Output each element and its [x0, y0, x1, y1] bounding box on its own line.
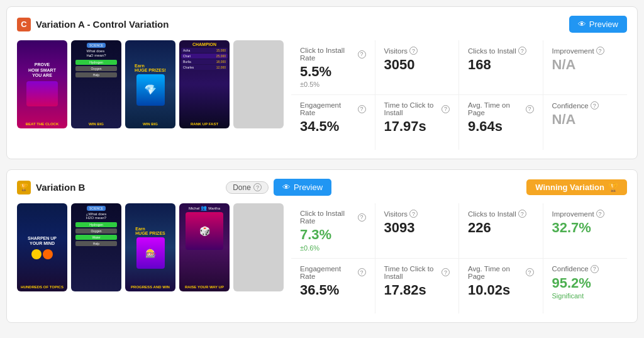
- eye-icon-b: 👁: [282, 183, 291, 192]
- stat-b-confidence: Confidence ? 95.2% Significant: [543, 259, 628, 313]
- stat-a-ctr-value: 5.5%: [300, 64, 366, 79]
- stat-b-clicks-to-install: Clicks to Install ? 226: [459, 203, 543, 258]
- info-icon-a-improvement[interactable]: ?: [596, 47, 604, 55]
- info-icon-b-conf[interactable]: ?: [591, 265, 599, 273]
- stat-b-visitors: Visitors ? 3093: [375, 203, 460, 258]
- variation-a-title: Variation A - Control Variation: [36, 19, 564, 30]
- info-icon-done[interactable]: ?: [253, 183, 262, 191]
- stat-a-visitors: Visitors ? 3050: [375, 40, 460, 95]
- screenshot-a-3: EarnHUGE PRIZES! 💎 WIN BIG: [125, 40, 175, 128]
- variation-a-header: C Variation A - Control Variation 👁 Prev…: [17, 16, 627, 33]
- screenshot-a-4: CHAMPION Asha15,000 Chari25,000 Burlia18…: [179, 40, 230, 128]
- info-icon-a-ttc[interactable]: ?: [441, 105, 450, 113]
- done-badge: Done ?: [226, 181, 269, 194]
- variation-b-card: 🏆 Variation B Done ? 👁 Preview Winning V…: [6, 169, 638, 322]
- info-icon-a-conf[interactable]: ?: [591, 101, 599, 110]
- info-icon-a-at[interactable]: ?: [526, 105, 534, 113]
- stat-b-visitors-value: 3093: [384, 220, 450, 235]
- variation-a-badge: C: [17, 18, 31, 31]
- variation-a-stats: Click to Install Rate ? 5.5% ±0.5% Visit…: [291, 40, 627, 150]
- info-icon-b-visitors[interactable]: ?: [409, 210, 418, 218]
- info-icon-b-cti[interactable]: ?: [518, 210, 526, 218]
- trophy-icon: 🏆: [608, 183, 618, 192]
- stat-a-clicks-to-install: Clicks to Install ? 168: [459, 40, 543, 95]
- variation-b-title: Variation B: [36, 182, 221, 193]
- stat-b-conf-value: 95.2%: [552, 276, 619, 291]
- stat-b-time-to-click: Time to Click to Install ? 17.82s: [375, 259, 460, 313]
- info-icon-b-ctr[interactable]: ?: [358, 213, 366, 222]
- stat-a-avg-time: Avg. Time on Page ? 9.64s: [459, 95, 543, 150]
- info-icon-b-ttc[interactable]: ?: [441, 268, 450, 276]
- stat-a-cti-value: 168: [468, 57, 534, 72]
- stat-a-ctr-sub: ±0.5%: [300, 81, 366, 88]
- stat-a-improvement-value: N/A: [552, 57, 619, 72]
- info-icon-b-at[interactable]: ?: [526, 268, 534, 276]
- variation-a-screenshots: PROVEHOW SMARTYOU ARE BEAT THE CLOCK SCI…: [17, 40, 284, 150]
- info-icon-b-er[interactable]: ?: [358, 268, 366, 276]
- stat-b-click-to-install-rate: Click to Install Rate ? 7.3% ±0.6%: [291, 203, 375, 258]
- stat-a-improvement: Improvement ? N/A: [543, 40, 628, 95]
- stat-a-ttc-value: 17.97s: [384, 119, 450, 134]
- stat-b-ctr-sub: ±0.6%: [300, 244, 366, 252]
- screenshot-a-placeholder: [233, 40, 284, 128]
- eye-icon: 👁: [578, 20, 586, 29]
- info-icon-a-ctr[interactable]: ?: [358, 50, 366, 59]
- stat-a-click-to-install-rate: Click to Install Rate ? 5.5% ±0.5%: [291, 40, 375, 95]
- winning-variation-badge: Winning Variation 🏆: [526, 179, 627, 195]
- variation-b-screenshots: SHARPEN UPYOUR MIND HUNDREDS OF TOPICS S…: [17, 203, 284, 313]
- variation-b-preview-button[interactable]: 👁 Preview: [274, 179, 331, 196]
- info-icon-a-visitors[interactable]: ?: [409, 47, 418, 55]
- stat-b-engagement-rate: Engagement Rate ? 36.5%: [291, 259, 375, 313]
- screenshot-a-2: SCIENCE What doesH₂O mean? Hydrogen Oxyg…: [71, 40, 121, 128]
- stat-a-visitors-value: 3050: [384, 57, 450, 72]
- stat-b-ttc-value: 17.82s: [384, 283, 450, 298]
- stat-b-at-value: 10.02s: [468, 283, 534, 298]
- stat-b-cti-value: 226: [468, 220, 534, 235]
- stat-a-engagement-rate: Engagement Rate ? 34.5%: [291, 95, 375, 150]
- screenshot-b-2: SCIENCE ¿What doesH2O mean? Hydrogen Oxy…: [71, 203, 121, 291]
- screenshot-b-placeholder: [233, 203, 284, 291]
- variation-b-badge: 🏆: [17, 181, 31, 194]
- stat-a-confidence: Confidence ? N/A: [543, 95, 628, 150]
- stat-b-improvement: Improvement ? 32.7%: [543, 203, 628, 258]
- stat-a-time-to-click: Time to Click to Install ? 17.97s: [375, 95, 460, 150]
- stat-a-at-value: 9.64s: [468, 119, 534, 134]
- variation-a-preview-button[interactable]: 👁 Preview: [569, 16, 627, 33]
- stat-a-conf-value: N/A: [552, 112, 619, 127]
- stat-a-er-value: 34.5%: [300, 119, 366, 134]
- screenshot-b-1: SHARPEN UPYOUR MIND HUNDREDS OF TOPICS: [17, 203, 67, 291]
- variation-a-card: C Variation A - Control Variation 👁 Prev…: [6, 6, 638, 159]
- screenshot-a-1: PROVEHOW SMARTYOU ARE BEAT THE CLOCK: [17, 40, 67, 128]
- stat-b-ctr-value: 7.3%: [300, 227, 366, 242]
- stat-b-er-value: 36.5%: [300, 283, 366, 298]
- info-icon-a-er[interactable]: ?: [358, 105, 366, 113]
- variation-b-body: SHARPEN UPYOUR MIND HUNDREDS OF TOPICS S…: [17, 203, 627, 313]
- screenshot-b-4: Michel👥Martha 🎲 RAISE YOUR WAY UP: [179, 203, 230, 291]
- variation-a-body: PROVEHOW SMARTYOU ARE BEAT THE CLOCK SCI…: [17, 40, 627, 150]
- stat-b-conf-sub: Significant: [552, 292, 619, 300]
- info-icon-b-improvement[interactable]: ?: [596, 210, 604, 218]
- info-icon-a-cti[interactable]: ?: [518, 47, 526, 55]
- variation-b-stats: Click to Install Rate ? 7.3% ±0.6% Visit…: [291, 203, 627, 313]
- stat-b-avg-time: Avg. Time on Page ? 10.02s: [459, 259, 543, 313]
- stat-b-improvement-value: 32.7%: [552, 220, 619, 235]
- variation-b-header: 🏆 Variation B Done ? 👁 Preview Winning V…: [17, 179, 627, 196]
- screenshot-b-3: EarnHUGE PRIZES 🎰 PROGRESS AND WIN: [125, 203, 175, 291]
